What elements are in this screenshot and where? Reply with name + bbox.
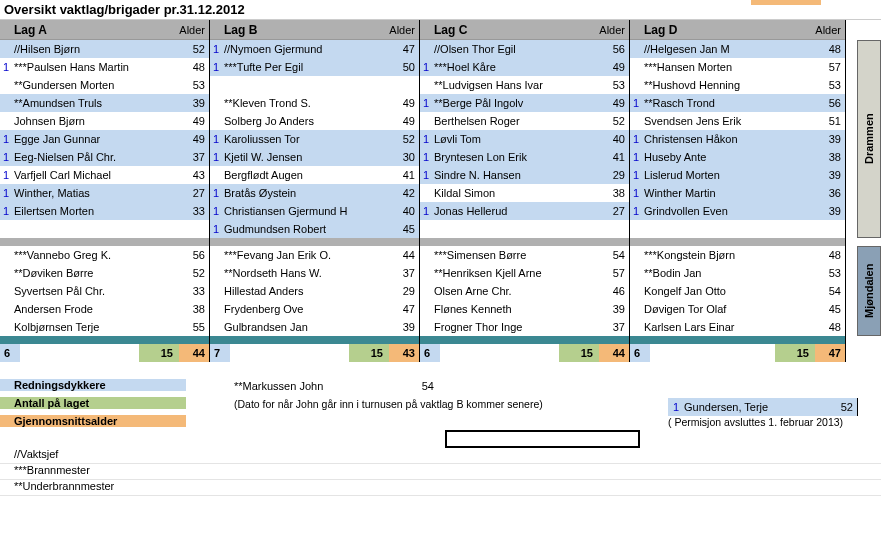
- person-age: 53: [817, 79, 845, 91]
- person-row: Frogner Thor Inge37: [420, 318, 629, 336]
- person-name: Egge Jan Gunnar: [12, 133, 181, 145]
- team-column: Lag AAlder//Hilsen Bjørn521***Paulsen Ha…: [0, 20, 210, 362]
- person-age: 48: [181, 61, 209, 73]
- markussen-age: 54: [404, 380, 434, 392]
- person-name: Johnsen Bjørn: [12, 115, 181, 127]
- person-row: 1***Hoel Kåre49: [420, 58, 629, 76]
- person-row: Kolbjørnsen Terje55: [0, 318, 209, 336]
- person-age: 49: [601, 61, 629, 73]
- legend-antall: Antall på laget: [0, 397, 186, 409]
- person-row: 1Grindvollen Even39: [630, 202, 845, 220]
- age-header: Alder: [381, 24, 419, 36]
- person-age: 57: [601, 267, 629, 279]
- person-row: 1Bryntesen Lon Erik41: [420, 148, 629, 166]
- person-name: Sindre N. Hansen: [432, 169, 601, 181]
- row-marker: 1: [210, 151, 222, 163]
- dato-note: (Dato for når John går inn i turnusen på…: [234, 398, 543, 410]
- person-row: **Ludvigsen Hans Ivar53: [420, 76, 629, 94]
- person-name: Hillestad Anders: [222, 285, 391, 297]
- person-row: //Helgesen Jan M48: [630, 40, 845, 58]
- person-row: ***Simensen Børre54: [420, 246, 629, 264]
- selected-cell[interactable]: [445, 430, 640, 448]
- team-header: Lag CAlder: [420, 20, 629, 40]
- person-row: //Olsen Thor Egil56: [420, 40, 629, 58]
- summary-count: 6: [630, 344, 650, 362]
- person-row: 1**Rasch Trond56: [630, 94, 845, 112]
- row-marker: 1: [630, 169, 642, 181]
- summary-count: 7: [210, 344, 230, 362]
- person-age: 53: [817, 267, 845, 279]
- person-name: Olsen Arne Chr.: [432, 285, 601, 297]
- person-age: 39: [817, 169, 845, 181]
- person-name: Gudmundsen Robert: [222, 223, 391, 235]
- team-name: Lag D: [630, 23, 807, 37]
- note-brannmester: ***Brannmester: [0, 464, 881, 480]
- person-name: Andersen Frode: [12, 303, 181, 315]
- person-row: 1//Nymoen Gjermund47: [210, 40, 419, 58]
- row-marker: 1: [420, 97, 432, 109]
- person-age: 56: [181, 249, 209, 261]
- person-age: 27: [181, 187, 209, 199]
- person-name: Huseby Ante: [642, 151, 817, 163]
- person-row: Berthelsen Roger52: [420, 112, 629, 130]
- legend-gjennom: Gjennomsnittsalder: [0, 415, 186, 427]
- person-name: //Olsen Thor Egil: [432, 43, 601, 55]
- person-name: ***Kongstein Bjørn: [642, 249, 817, 261]
- row-marker: 1: [0, 61, 12, 73]
- person-row: 1Huseby Ante38: [630, 148, 845, 166]
- summary-total: 15: [349, 344, 389, 362]
- person-row: 1Karoliussen Tor52: [210, 130, 419, 148]
- spreadsheet: Oversikt vaktlag/brigader pr.31.12.2012 …: [0, 0, 881, 496]
- person-row: 1Eeg-Nielsen Pål Chr.37: [0, 148, 209, 166]
- row-marker: 1: [0, 187, 12, 199]
- person-name: ***Fevang Jan Erik O.: [222, 249, 391, 261]
- person-age: 49: [181, 133, 209, 145]
- person-row: **Bodin Jan53: [630, 264, 845, 282]
- team-name: Lag A: [0, 23, 171, 37]
- person-age: 30: [391, 151, 419, 163]
- person-age: 53: [181, 79, 209, 91]
- person-age: 51: [817, 115, 845, 127]
- person-age: 39: [391, 321, 419, 333]
- notes-block: //Vaktsjef ***Brannmester **Underbrannme…: [0, 430, 881, 496]
- person-row: 1Lislerud Morten39: [630, 166, 845, 184]
- age-header: Alder: [807, 24, 845, 36]
- person-age: 27: [601, 205, 629, 217]
- person-age: 39: [181, 97, 209, 109]
- person-row: **Amundsen Truls39: [0, 94, 209, 112]
- person-row: 1Bratås Øystein42: [210, 184, 419, 202]
- person-age: 47: [391, 43, 419, 55]
- person-row: 1***Tufte Per Egil50: [210, 58, 419, 76]
- person-age: 48: [817, 249, 845, 261]
- person-row: Solberg Jo Anders49: [210, 112, 419, 130]
- section-divider: [420, 238, 629, 246]
- person-age: 47: [391, 303, 419, 315]
- person-age: 57: [817, 61, 845, 73]
- person-age: 52: [181, 43, 209, 55]
- person-age: 39: [601, 303, 629, 315]
- person-name: Flønes Kenneth: [432, 303, 601, 315]
- age-header: Alder: [591, 24, 629, 36]
- person-row: 1Kjetil W. Jensen30: [210, 148, 419, 166]
- person-age: 38: [601, 187, 629, 199]
- section-divider: [0, 238, 209, 246]
- person-age: 29: [601, 169, 629, 181]
- perm-note: ( Permisjon avsluttes 1. februar 2013): [668, 416, 843, 428]
- row-marker: 1: [0, 205, 12, 217]
- person-age: 33: [181, 205, 209, 217]
- row-marker: 1: [0, 169, 12, 181]
- team-summary: 61547: [630, 344, 845, 362]
- person-age: 46: [601, 285, 629, 297]
- person-name: **Berge Pål Ingolv: [432, 97, 601, 109]
- person-row: ***Hansen Morten57: [630, 58, 845, 76]
- row-marker: 1: [630, 151, 642, 163]
- legend-redning: Redningsdykkere: [0, 379, 186, 391]
- person-name: Eilertsen Morten: [12, 205, 181, 217]
- side-label-drammen: Drammen: [857, 40, 881, 238]
- teal-divider: [420, 336, 629, 344]
- person-row: 1Winther, Matias27: [0, 184, 209, 202]
- person-age: 49: [391, 97, 419, 109]
- section-divider: [210, 238, 419, 246]
- person-row: 1Varfjell Carl Michael43: [0, 166, 209, 184]
- gundersen-name: Gundersen, Terje: [684, 401, 829, 413]
